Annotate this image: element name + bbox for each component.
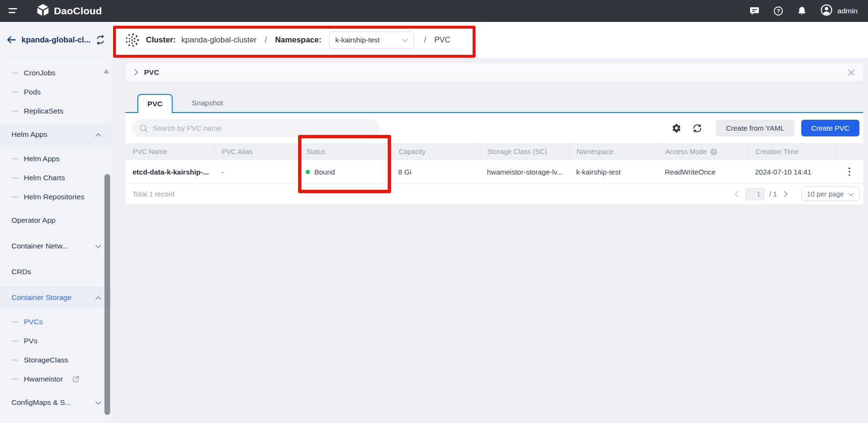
sidebar-section-container-network[interactable]: Container Netw...	[0, 235, 112, 257]
tab-pvc[interactable]: PVC	[137, 94, 173, 113]
avatar-icon	[820, 4, 833, 18]
sidebar-item-helm-charts[interactable]: Helm Charts	[0, 168, 112, 187]
col-pvc-name: PVC Name	[125, 143, 214, 160]
dash-icon	[11, 92, 18, 93]
namespace-select[interactable]: k-kairship-test	[329, 31, 414, 49]
sidebar-item-pods[interactable]: Pods	[0, 83, 112, 102]
daocloud-logo-icon	[36, 3, 50, 19]
pvc-tab-content: Create from YAML Create PVC PVC Name PVC…	[125, 113, 863, 204]
switch-cluster-icon[interactable]	[95, 35, 105, 45]
col-capacity: Capacity	[391, 143, 480, 160]
tab-snapshot[interactable]: Snapshot	[173, 94, 242, 112]
dash-icon	[11, 321, 18, 322]
sidebar-nav: CronJobs Pods ReplicaSets Helm Apps Helm…	[0, 58, 112, 413]
cell-capacity: 8 Gi	[391, 168, 480, 176]
main-area: Cluster: kpanda-global-cluster / Namespa…	[112, 22, 868, 423]
cluster-dots-icon	[124, 32, 140, 48]
chat-icon[interactable]	[749, 6, 760, 16]
external-link-icon	[72, 376, 79, 382]
refresh-icon[interactable]	[692, 123, 703, 134]
search-icon	[139, 124, 148, 133]
breadcrumb: Cluster: kpanda-global-cluster / Namespa…	[112, 22, 868, 58]
col-access-mode: Access Mode ?	[658, 143, 748, 160]
dash-icon	[11, 360, 18, 361]
brand-logo[interactable]: DaoCloud	[36, 3, 102, 19]
table-row[interactable]: etcd-data-k-kairship-... - Bound 8 Gi hw…	[125, 160, 863, 184]
page-number-input[interactable]	[745, 188, 765, 200]
row-actions-menu-icon[interactable]	[844, 165, 855, 179]
sidebar-section-container-storage[interactable]: Container Storage	[0, 287, 112, 309]
sidebar-item-cronjobs[interactable]: CronJobs	[0, 63, 112, 83]
chevron-up-icon	[95, 130, 101, 139]
bell-icon[interactable]	[797, 6, 807, 16]
sidebar-section-helm-apps[interactable]: Helm Apps	[0, 124, 112, 145]
dash-icon	[11, 379, 18, 380]
user-menu[interactable]: admin	[820, 4, 858, 18]
sidebar-item-operator-app[interactable]: Operator App	[0, 209, 112, 231]
hamburger-menu-icon[interactable]	[0, 7, 18, 15]
sidebar-item-helm-repositories[interactable]: Helm Repositories	[0, 187, 112, 206]
svg-text:?: ?	[713, 149, 715, 154]
total-records: Total 1 record	[133, 190, 175, 198]
dash-icon	[11, 72, 18, 73]
cell-status: Bound	[299, 168, 391, 176]
dash-icon	[11, 196, 18, 197]
sidebar-item-pvcs[interactable]: PVCs	[0, 312, 112, 331]
brand-name: DaoCloud	[54, 5, 102, 17]
scroll-up-icon[interactable]	[103, 69, 109, 73]
gear-icon[interactable]	[672, 123, 682, 133]
dash-icon	[11, 111, 18, 112]
cluster-title: kpanda-global-cl...	[21, 35, 91, 44]
chevron-down-icon	[402, 36, 408, 44]
sidebar-item-pvs[interactable]: PVs	[0, 331, 112, 351]
col-actions	[836, 143, 863, 160]
chevron-up-icon	[95, 293, 101, 302]
next-page-icon[interactable]	[782, 191, 790, 197]
cell-access-mode: ReadWriteOnce	[658, 168, 748, 176]
cell-creation-time: 2024-07-10 14:41	[748, 168, 836, 176]
cell-pvc-name[interactable]: etcd-data-k-kairship-...	[125, 168, 214, 176]
sidebar-scrollbar[interactable]	[104, 174, 110, 415]
topbar: DaoCloud ? admin	[0, 0, 868, 22]
sidebar: kpanda-global-cl... CronJobs Pods Replic…	[0, 22, 112, 423]
sidebar-item-storageclass[interactable]: StorageClass	[0, 351, 112, 370]
pvc-panel-header[interactable]: PVC	[125, 63, 863, 81]
create-pvc-button[interactable]: Create PVC	[801, 120, 859, 136]
sidebar-item-replicasets[interactable]: ReplicaSets	[0, 102, 112, 121]
sidebar-item-helm-apps[interactable]: Helm Apps	[0, 149, 112, 168]
help-badge-icon[interactable]: ?	[710, 148, 717, 155]
col-pvc-alias: PVC Alias	[214, 143, 299, 160]
cluster-label: Cluster:	[146, 35, 176, 44]
pvc-table: PVC Name PVC Alias Status Capacity Stora…	[125, 143, 863, 204]
search-input[interactable]	[153, 124, 372, 132]
create-from-yaml-button[interactable]: Create from YAML	[716, 120, 795, 136]
page-size-select[interactable]: 10 per page	[801, 186, 859, 201]
namespace-value: k-kairship-test	[335, 36, 380, 44]
table-header: PVC Name PVC Alias Status Capacity Stora…	[125, 143, 863, 160]
pagination: / 1 10 per page	[733, 186, 859, 201]
dash-icon	[11, 340, 18, 341]
col-status: Status	[299, 143, 391, 160]
search-box	[132, 119, 380, 137]
panel-title: PVC	[144, 68, 159, 77]
cell-storage-class: hwameistor-storage-lv...	[480, 168, 569, 176]
namespace-label: Namespace:	[275, 35, 321, 44]
chevron-down-icon	[848, 190, 854, 198]
sidebar-item-crds[interactable]: CRDs	[0, 261, 112, 283]
sidebar-item-hwameistor[interactable]: Hwameistor	[0, 370, 112, 389]
dash-icon	[11, 158, 18, 159]
dash-icon	[11, 177, 18, 178]
tab-bar: PVC Snapshot	[125, 94, 863, 113]
cell-namespace: k-kairship-test	[569, 168, 658, 176]
cluster-value: kpanda-global-cluster	[181, 35, 257, 44]
col-namespace: Namespace	[569, 143, 658, 160]
prev-page-icon[interactable]	[733, 191, 741, 197]
sidebar-section-configmaps-secrets[interactable]: ConfigMaps & S...	[0, 392, 112, 413]
help-icon[interactable]: ?	[773, 6, 784, 16]
username: admin	[837, 7, 858, 15]
col-creation-time: Creation Time	[748, 143, 836, 160]
col-storage-class: Storage Class (SC)	[480, 143, 569, 160]
back-arrow-icon[interactable]	[6, 34, 17, 45]
close-icon[interactable]	[848, 69, 855, 76]
chevron-down-icon	[95, 398, 101, 407]
